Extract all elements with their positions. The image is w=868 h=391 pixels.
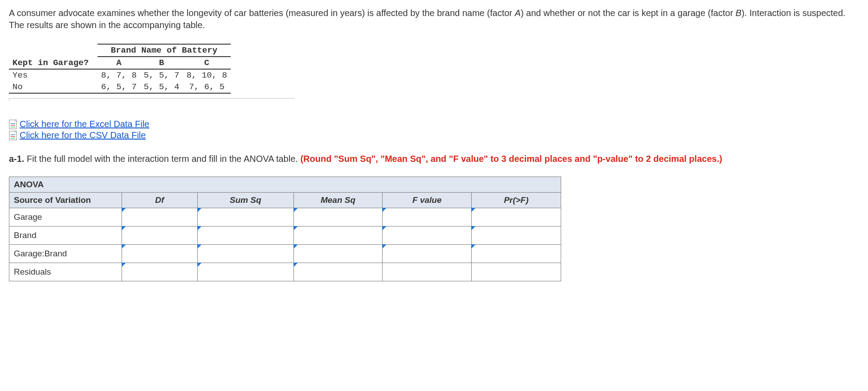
input-interaction-sumsq[interactable] [197,245,293,263]
input-brand-prf[interactable] [472,226,561,245]
svg-rect-3 [11,125,15,126]
input-residuals-sumsq[interactable] [197,263,293,281]
file-links-block: Click here for the Excel Data File Click… [9,119,859,140]
header-meansq: Mean Sq [321,195,355,205]
header-sumsq: Sum Sq [230,195,261,205]
row-label-garage: Garage [9,208,122,226]
cell-no-a: 6, 5, 7 [98,81,140,93]
factor-b-label: B [736,8,742,18]
header-df: Df [155,195,164,205]
cell-yes-b: 5, 5, 7 [140,69,183,81]
problem-text-segment: A consumer advocate examines whether the… [9,8,515,18]
col-a-header: A [98,57,140,69]
file-icon [9,119,17,129]
header-fvalue: F value [412,195,441,205]
input-garage-fvalue[interactable] [383,208,472,226]
row-label-interaction: Garage:Brand [9,245,122,263]
question-rounding-note: (Round "Sum Sq", "Mean Sq", and "F value… [300,154,722,164]
cell-no-c: 7, 6, 5 [183,81,231,93]
input-brand-fvalue[interactable] [383,226,472,245]
input-brand-sumsq[interactable] [197,226,293,245]
data-table-container: Brand Name of Battery Kept in Garage? A … [9,44,859,94]
row-label-residuals: Residuals [9,263,122,281]
svg-rect-8 [11,136,15,137]
blank-residuals-fvalue [383,263,472,281]
csv-file-link[interactable]: Click here for the CSV Data File [20,130,146,140]
garage-header: Kept in Garage? [9,57,98,69]
battery-data-table: Brand Name of Battery Kept in Garage? A … [9,44,231,94]
cell-yes-a: 8, 7, 8 [98,69,140,81]
cell-yes-c: 8, 10, 8 [183,69,231,81]
anova-table: ANOVA Source of Variation Df Sum Sq Mean… [9,177,561,281]
divider-bar [9,98,294,101]
file-icon [9,131,17,140]
row-no-label: No [9,81,98,93]
header-source: Source of Variation [9,193,122,208]
row-label-brand: Brand [9,226,122,245]
question-a1: a-1. Fit the full model with the interac… [9,153,859,165]
input-interaction-fvalue[interactable] [383,245,472,263]
svg-rect-7 [11,134,15,135]
cell-no-b: 5, 5, 4 [140,81,183,93]
factor-a-label: A [515,8,521,18]
problem-statement: A consumer advocate examines whether the… [9,7,859,31]
input-garage-prf[interactable] [472,208,561,226]
blank-residuals-prf [472,263,561,281]
anova-title: ANOVA [9,177,561,193]
svg-rect-2 [11,123,15,124]
input-interaction-df[interactable] [122,245,197,263]
problem-text-segment: ) and whether or not the car is kept in … [521,8,735,18]
input-brand-df[interactable] [122,226,197,245]
row-yes-label: Yes [9,69,98,81]
brand-header: Brand Name of Battery [98,44,231,57]
svg-rect-9 [11,138,15,139]
input-garage-df[interactable] [122,208,197,226]
col-c-header: C [183,57,231,69]
question-prefix: a-1. [9,154,24,164]
input-garage-sumsq[interactable] [197,208,293,226]
input-garage-meansq[interactable] [293,208,383,226]
input-interaction-meansq[interactable] [293,245,383,263]
header-prf: Pr(>F) [504,195,528,205]
excel-file-link[interactable]: Click here for the Excel Data File [20,119,149,129]
input-brand-meansq[interactable] [293,226,383,245]
input-interaction-prf[interactable] [472,245,561,263]
question-body: Fit the full model with the interaction … [24,154,300,164]
input-residuals-meansq[interactable] [293,263,383,281]
input-residuals-df[interactable] [122,263,197,281]
svg-rect-4 [11,127,15,128]
col-b-header: B [140,57,183,69]
